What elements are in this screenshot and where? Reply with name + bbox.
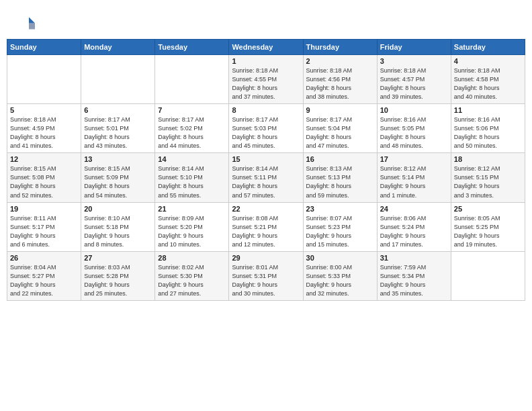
calendar-cell: 24Sunrise: 8:06 AM Sunset: 5:24 PM Dayli…: [377, 202, 451, 251]
day-number: 28: [158, 254, 226, 262]
day-info: Sunrise: 8:18 AM Sunset: 4:57 PM Dayligh…: [380, 66, 448, 101]
weekday-header: Sunday: [7, 40, 81, 55]
calendar-cell: 15Sunrise: 8:14 AM Sunset: 5:11 PM Dayli…: [229, 153, 303, 202]
day-info: Sunrise: 8:03 AM Sunset: 5:28 PM Dayligh…: [84, 263, 152, 298]
day-info: Sunrise: 8:00 AM Sunset: 5:33 PM Dayligh…: [306, 263, 374, 298]
day-number: 26: [10, 254, 78, 262]
day-info: Sunrise: 8:16 AM Sunset: 5:06 PM Dayligh…: [454, 116, 522, 150]
calendar-cell: 19Sunrise: 8:11 AM Sunset: 5:17 PM Dayli…: [7, 202, 81, 251]
day-info: Sunrise: 8:13 AM Sunset: 5:13 PM Dayligh…: [306, 165, 374, 199]
day-info: Sunrise: 8:18 AM Sunset: 4:59 PM Dayligh…: [10, 116, 78, 150]
day-number: 9: [306, 106, 374, 114]
calendar-cell: 16Sunrise: 8:13 AM Sunset: 5:13 PM Dayli…: [303, 153, 377, 202]
day-number: 16: [306, 155, 374, 163]
logo-icon: [15, 12, 35, 32]
day-number: 4: [454, 57, 522, 65]
day-number: 29: [232, 254, 300, 262]
day-number: 12: [10, 155, 78, 163]
day-info: Sunrise: 8:15 AM Sunset: 5:08 PM Dayligh…: [10, 165, 78, 199]
calendar-cell: 11Sunrise: 8:16 AM Sunset: 5:06 PM Dayli…: [451, 104, 525, 153]
calendar-cell: [155, 55, 229, 104]
svg-marker-0: [29, 17, 35, 24]
day-number: 1: [232, 57, 300, 65]
day-info: Sunrise: 8:12 AM Sunset: 5:15 PM Dayligh…: [454, 165, 522, 199]
calendar-cell: 17Sunrise: 8:12 AM Sunset: 5:14 PM Dayli…: [377, 153, 451, 202]
day-number: 6: [84, 106, 152, 114]
day-info: Sunrise: 8:12 AM Sunset: 5:14 PM Dayligh…: [380, 165, 448, 199]
day-info: Sunrise: 8:18 AM Sunset: 4:55 PM Dayligh…: [232, 66, 300, 101]
day-info: Sunrise: 8:02 AM Sunset: 5:30 PM Dayligh…: [158, 263, 226, 298]
day-number: 10: [380, 106, 448, 114]
calendar-cell: [7, 55, 81, 104]
calendar-cell: 28Sunrise: 8:02 AM Sunset: 5:30 PM Dayli…: [155, 251, 229, 300]
day-info: Sunrise: 8:17 AM Sunset: 5:03 PM Dayligh…: [232, 116, 300, 150]
calendar-cell: 2Sunrise: 8:18 AM Sunset: 4:56 PM Daylig…: [303, 55, 377, 104]
weekday-header: Monday: [81, 40, 155, 55]
calendar-cell: 8Sunrise: 8:17 AM Sunset: 5:03 PM Daylig…: [229, 104, 303, 153]
day-info: Sunrise: 8:09 AM Sunset: 5:20 PM Dayligh…: [158, 214, 226, 249]
weekday-header: Saturday: [451, 40, 525, 55]
calendar-cell: 31Sunrise: 7:59 AM Sunset: 5:34 PM Dayli…: [377, 251, 451, 300]
day-info: Sunrise: 8:06 AM Sunset: 5:24 PM Dayligh…: [380, 214, 448, 249]
calendar-cell: 23Sunrise: 8:07 AM Sunset: 5:23 PM Dayli…: [303, 202, 377, 251]
calendar-table: SundayMondayTuesdayWednesdayThursdayFrid…: [7, 39, 525, 301]
day-number: 30: [306, 254, 374, 262]
calendar-cell: 30Sunrise: 8:00 AM Sunset: 5:33 PM Dayli…: [303, 251, 377, 300]
day-number: 31: [380, 254, 448, 262]
day-info: Sunrise: 8:16 AM Sunset: 5:05 PM Dayligh…: [380, 116, 448, 150]
weekday-header: Thursday: [303, 40, 377, 55]
day-info: Sunrise: 8:14 AM Sunset: 5:10 PM Dayligh…: [158, 165, 226, 199]
calendar-cell: 14Sunrise: 8:14 AM Sunset: 5:10 PM Dayli…: [155, 153, 229, 202]
calendar-cell: 9Sunrise: 8:17 AM Sunset: 5:04 PM Daylig…: [303, 104, 377, 153]
day-number: 20: [84, 205, 152, 213]
calendar-cell: 5Sunrise: 8:18 AM Sunset: 4:59 PM Daylig…: [7, 104, 81, 153]
calendar-cell: 6Sunrise: 8:17 AM Sunset: 5:01 PM Daylig…: [81, 104, 155, 153]
header: [7, 7, 525, 36]
day-number: 22: [232, 205, 300, 213]
day-number: 3: [380, 57, 448, 65]
day-number: 13: [84, 155, 152, 163]
calendar-cell: 21Sunrise: 8:09 AM Sunset: 5:20 PM Dayli…: [155, 202, 229, 251]
day-info: Sunrise: 8:01 AM Sunset: 5:31 PM Dayligh…: [232, 263, 300, 298]
calendar-cell: 12Sunrise: 8:15 AM Sunset: 5:08 PM Dayli…: [7, 153, 81, 202]
calendar-cell: 7Sunrise: 8:17 AM Sunset: 5:02 PM Daylig…: [155, 104, 229, 153]
calendar-cell: 26Sunrise: 8:04 AM Sunset: 5:27 PM Dayli…: [7, 251, 81, 300]
calendar-cell: [451, 251, 525, 300]
calendar-week-row: 5Sunrise: 8:18 AM Sunset: 4:59 PM Daylig…: [7, 104, 525, 153]
day-number: 14: [158, 155, 226, 163]
calendar-week-row: 1Sunrise: 8:18 AM Sunset: 4:55 PM Daylig…: [7, 55, 525, 104]
calendar-cell: 3Sunrise: 8:18 AM Sunset: 4:57 PM Daylig…: [377, 55, 451, 104]
calendar-cell: 4Sunrise: 8:18 AM Sunset: 4:58 PM Daylig…: [451, 55, 525, 104]
calendar-week-row: 26Sunrise: 8:04 AM Sunset: 5:27 PM Dayli…: [7, 251, 525, 300]
calendar-cell: 27Sunrise: 8:03 AM Sunset: 5:28 PM Dayli…: [81, 251, 155, 300]
day-info: Sunrise: 8:17 AM Sunset: 5:04 PM Dayligh…: [306, 116, 374, 150]
weekday-header: Tuesday: [155, 40, 229, 55]
day-info: Sunrise: 8:10 AM Sunset: 5:18 PM Dayligh…: [84, 214, 152, 249]
svg-marker-1: [29, 24, 35, 30]
day-number: 11: [454, 106, 522, 114]
day-number: 27: [84, 254, 152, 262]
calendar-week-row: 19Sunrise: 8:11 AM Sunset: 5:17 PM Dayli…: [7, 202, 525, 251]
day-info: Sunrise: 8:18 AM Sunset: 4:58 PM Dayligh…: [454, 66, 522, 101]
day-info: Sunrise: 8:17 AM Sunset: 5:02 PM Dayligh…: [158, 116, 226, 150]
calendar-cell: [81, 55, 155, 104]
day-number: 7: [158, 106, 226, 114]
day-number: 18: [454, 155, 522, 163]
calendar-cell: 13Sunrise: 8:15 AM Sunset: 5:09 PM Dayli…: [81, 153, 155, 202]
day-info: Sunrise: 8:17 AM Sunset: 5:01 PM Dayligh…: [84, 116, 152, 150]
day-info: Sunrise: 8:15 AM Sunset: 5:09 PM Dayligh…: [84, 165, 152, 199]
calendar-cell: 10Sunrise: 8:16 AM Sunset: 5:05 PM Dayli…: [377, 104, 451, 153]
day-info: Sunrise: 8:08 AM Sunset: 5:21 PM Dayligh…: [232, 214, 300, 249]
day-info: Sunrise: 8:04 AM Sunset: 5:27 PM Dayligh…: [10, 263, 78, 298]
day-info: Sunrise: 8:05 AM Sunset: 5:25 PM Dayligh…: [454, 214, 522, 249]
day-info: Sunrise: 8:07 AM Sunset: 5:23 PM Dayligh…: [306, 214, 374, 249]
logo: [13, 12, 35, 32]
day-number: 19: [10, 205, 78, 213]
day-number: 8: [232, 106, 300, 114]
day-info: Sunrise: 8:11 AM Sunset: 5:17 PM Dayligh…: [10, 214, 78, 249]
day-number: 25: [454, 205, 522, 213]
day-info: Sunrise: 8:18 AM Sunset: 4:56 PM Dayligh…: [306, 66, 374, 101]
day-number: 17: [380, 155, 448, 163]
day-number: 2: [306, 57, 374, 65]
calendar-cell: 1Sunrise: 8:18 AM Sunset: 4:55 PM Daylig…: [229, 55, 303, 104]
